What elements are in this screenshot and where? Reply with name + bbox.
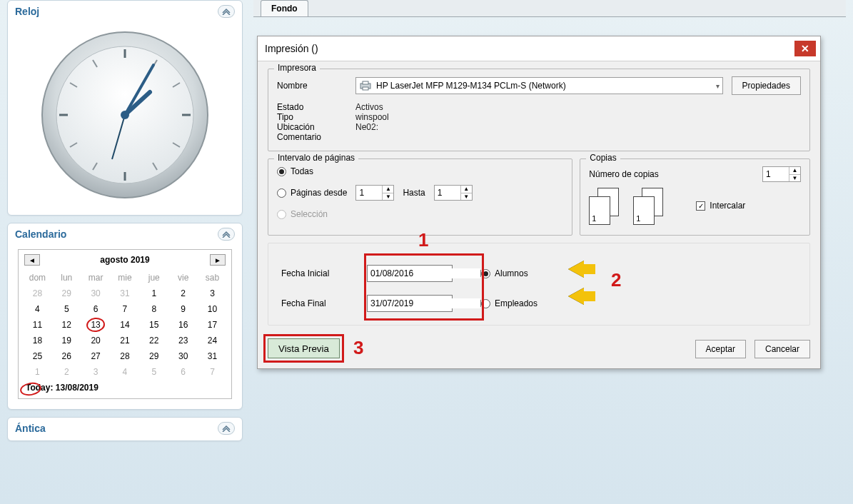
start-date-label: Fecha Inicial — [281, 268, 367, 278]
calendar-day[interactable]: 28 — [111, 348, 140, 364]
svg-rect-19 — [363, 81, 368, 84]
dialog-close-button[interactable]: ✕ — [794, 41, 816, 56]
printer-name-value: HP LaserJet MFP M129-M134 PCLm-S (Networ… — [376, 81, 566, 91]
pages-to-label: Hasta — [403, 188, 425, 198]
calendar-day[interactable]: 15 — [139, 317, 168, 333]
calendar-grid: domlunmarmiejueviesab 282930311234567891… — [23, 270, 227, 380]
calendar-day[interactable]: 24 — [198, 333, 227, 348]
calendario-collapse-button[interactable] — [218, 228, 235, 241]
calendar-day[interactable]: 30 — [168, 348, 198, 364]
tab-fondo[interactable]: Fondo — [261, 0, 308, 16]
calendar-day[interactable]: 3 — [198, 286, 227, 301]
calendar-day[interactable]: 6 — [168, 364, 198, 380]
end-date-label: Fecha Final — [281, 298, 367, 308]
calendar-day[interactable]: 19 — [52, 333, 81, 348]
calendar-day[interactable]: 7 — [111, 301, 140, 317]
pages-from-radio[interactable]: Páginas desde — [277, 188, 347, 198]
empleados-radio[interactable]: Empleados — [481, 298, 537, 308]
printer-location-value: Ne02: — [355, 122, 378, 132]
print-dialog: Impresión () ✕ Impresora Nombre HP Laser… — [257, 36, 821, 369]
calendar-day[interactable]: 6 — [81, 301, 111, 317]
svg-rect-20 — [363, 87, 368, 90]
reloj-widget: Reloj — [7, 0, 243, 216]
copies-group: Copias Número de copias ▲▼ 2 1 2 1 — [580, 158, 810, 236]
collate-graphic: 2 1 2 1 — [589, 188, 682, 226]
analog-clock — [39, 29, 211, 201]
calendar-day[interactable]: 26 — [52, 348, 81, 364]
svg-point-17 — [121, 111, 129, 119]
alumnos-radio[interactable]: Alumnos — [481, 268, 528, 278]
calendar-day[interactable]: 31 — [111, 286, 140, 301]
printer-name-label: Nombre — [277, 81, 355, 91]
calendar-day[interactable]: 2 — [52, 364, 81, 380]
calendar-day[interactable]: 3 — [81, 364, 111, 380]
calendar-day[interactable]: 20 — [81, 333, 111, 348]
reloj-collapse-button[interactable] — [218, 5, 235, 18]
annotation-number-3: 3 — [353, 337, 363, 359]
tab-bar: Fondo — [253, 0, 846, 17]
dialog-title: Impresión () — [265, 43, 318, 54]
printer-location-label: Ubicación — [277, 122, 355, 132]
page-range-group-label: Intervalo de páginas — [274, 153, 358, 163]
calendar-day[interactable]: 7 — [198, 364, 227, 380]
annotation-arrow-icon — [568, 261, 584, 278]
calendario-widget: Calendario ◄ agosto 2019 ► domlunmarmiej… — [7, 223, 243, 410]
printer-type-value: winspool — [355, 112, 389, 122]
calendar-day[interactable]: 18 — [23, 333, 52, 348]
calendar-day[interactable]: 1 — [139, 286, 168, 301]
calendar-day[interactable]: 4 — [111, 364, 140, 380]
calendar-day[interactable]: 16 — [168, 317, 198, 333]
copies-number-label: Número de copias — [589, 169, 658, 179]
calendar-day[interactable]: 21 — [111, 333, 140, 348]
calendar-day[interactable]: 28 — [23, 286, 52, 301]
printer-type-label: Tipo — [277, 112, 355, 122]
calendar-day[interactable]: 23 — [168, 333, 198, 348]
pages-to-input[interactable]: ▲▼ — [434, 185, 473, 201]
date-filter-group: Fecha Inicial ▼ Alumnos Fecha Final ▼ — [268, 243, 810, 326]
annotation-box-1 — [364, 253, 484, 321]
calendar-day[interactable]: 2 — [168, 286, 198, 301]
page-range-group: Intervalo de páginas Todas Páginas desde… — [268, 158, 572, 236]
calendar-day[interactable]: 29 — [52, 286, 81, 301]
pages-selection-radio: Selección — [277, 209, 328, 219]
annotation-arrow-icon — [568, 288, 584, 305]
calendar-day[interactable]: 14 — [111, 317, 140, 333]
antica-collapse-button[interactable] — [218, 422, 235, 435]
printer-select[interactable]: HP LaserJet MFP M129-M134 PCLm-S (Networ… — [355, 77, 723, 94]
calendar-day[interactable]: 27 — [81, 348, 111, 364]
calendar-month-label: agosto 2019 — [100, 255, 149, 265]
calendar-day[interactable]: 4 — [23, 301, 52, 317]
calendar-day[interactable]: 31 — [198, 348, 227, 364]
calendar-day[interactable]: 30 — [81, 286, 111, 301]
calendar-day[interactable]: 22 — [139, 333, 168, 348]
cancel-button[interactable]: Cancelar — [754, 340, 810, 358]
printer-state-label: Estado — [277, 102, 355, 112]
calendar-day[interactable]: 17 — [198, 317, 227, 333]
calendar-day[interactable]: 13 — [81, 317, 111, 333]
printer-state-value: Activos — [355, 102, 383, 112]
calendar-day[interactable]: 5 — [52, 301, 81, 317]
calendar-day[interactable]: 12 — [52, 317, 81, 333]
printer-group-label: Impresora — [274, 63, 320, 73]
printer-properties-button[interactable]: Propiedades — [732, 76, 801, 95]
calendar-day[interactable]: 29 — [139, 348, 168, 364]
calendar-day[interactable]: 9 — [168, 301, 198, 317]
calendar-day[interactable]: 8 — [139, 301, 168, 317]
calendar-prev-button[interactable]: ◄ — [24, 254, 40, 266]
annotation-number-1: 1 — [418, 229, 428, 251]
collate-checkbox[interactable]: ✓Intercalar — [696, 201, 745, 211]
calendar-day[interactable]: 11 — [23, 317, 52, 333]
annotation-number-2: 2 — [611, 269, 621, 291]
pages-from-input[interactable]: ▲▼ — [355, 185, 394, 201]
calendar-day[interactable]: 25 — [23, 348, 52, 364]
accept-button[interactable]: Aceptar — [695, 340, 746, 358]
pages-all-radio[interactable]: Todas — [277, 166, 313, 176]
calendar-day[interactable]: 1 — [23, 364, 52, 380]
calendar-today-footer[interactable]: Today: 13/08/2019 — [23, 383, 227, 393]
calendar-day[interactable]: 5 — [139, 364, 168, 380]
calendar-day[interactable]: 10 — [198, 301, 227, 317]
chevron-down-icon: ▾ — [716, 82, 720, 90]
calendar-next-button[interactable]: ► — [210, 254, 226, 266]
copies-number-input[interactable]: ▲▼ — [762, 166, 801, 182]
printer-comment-label: Comentario — [277, 132, 355, 142]
